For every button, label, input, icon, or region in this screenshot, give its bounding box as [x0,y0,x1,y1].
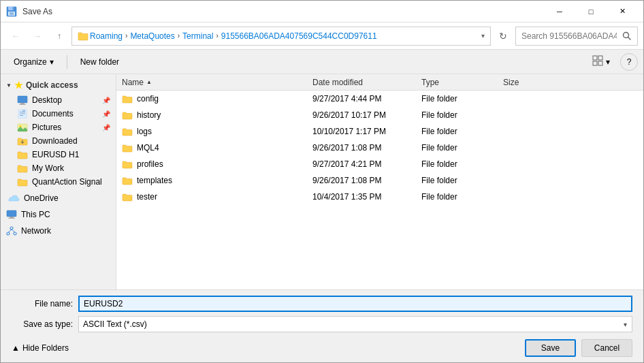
folder-icon [122,94,133,104]
savetype-select[interactable]: ASCII Text (*.csv) CSV (*.csv) Excel (*.… [78,316,632,332]
maximize-button[interactable]: □ [575,1,607,22]
filename-row: File name: [12,296,632,312]
onedrive-section: OneDrive [1,191,116,205]
save-label: Save [541,343,560,353]
refresh-button[interactable]: ↻ [494,27,513,46]
breadcrumb-guid[interactable]: 915566BA06ADA407569C544CC0D97611 [221,31,377,41]
sidebar-item-thispc[interactable]: This PC [1,208,116,221]
svg-line-26 [8,230,12,232]
organize-button[interactable]: Organize ▾ [6,53,61,71]
address-bar: ← → ↑ Roaming › MetaQuotes › Terminal › … [1,22,643,50]
hide-folders-chevron: ▲ [12,343,20,353]
svg-rect-8 [598,56,602,60]
sidebar-item-downloaded[interactable]: Downloaded [1,134,116,148]
folder-breadcrumb-icon [78,31,88,41]
cell-type: File folder [419,127,500,136]
breadcrumb-terminal[interactable]: Terminal [182,31,213,41]
search-input[interactable] [521,31,617,41]
svg-rect-17 [20,115,23,116]
sidebar-item-documents-label: Documents [32,109,74,119]
up-button[interactable]: ↑ [50,27,69,46]
breadcrumb-roaming[interactable]: Roaming [90,31,123,41]
filename-input[interactable] [78,296,632,312]
onedrive-icon [6,193,20,203]
title-bar-left: Save As [6,6,52,17]
eurusd-folder-icon [17,150,28,159]
svg-rect-13 [19,104,26,105]
breadcrumb-sep-1: › [125,32,127,40]
sidebar-item-documents[interactable]: Documents 📌 [1,107,116,121]
svg-rect-21 [10,217,14,218]
table-row[interactable]: config 9/27/2017 4:44 PM File folder [116,91,643,107]
cell-type: File folder [419,143,500,153]
table-row[interactable]: templates 9/26/2017 1:08 PM File folder [116,172,643,189]
col-header-type[interactable]: Type [419,74,500,90]
toolbar: Organize ▾ New folder ▾ ? [1,50,643,74]
thispc-section: This PC [1,208,116,221]
sidebar-item-network-label: Network [21,226,51,236]
sidebar-item-quantaction[interactable]: QuantAction Signal [1,175,116,189]
desktop-icon [17,95,28,105]
network-icon [6,226,17,236]
hide-folders-toggle[interactable]: ▲ Hide Folders [12,343,69,353]
savetype-select-wrapper[interactable]: ASCII Text (*.csv) CSV (*.csv) Excel (*.… [78,316,632,332]
sidebar-item-thispc-label: This PC [21,210,50,219]
savetype-row: Save as type: ASCII Text (*.csv) CSV (*.… [12,316,632,332]
sidebar-item-network[interactable]: Network [1,224,116,238]
table-row[interactable]: profiles 9/27/2017 4:21 PM File folder [116,156,643,172]
svg-rect-15 [20,112,25,112]
table-row[interactable]: MQL4 9/26/2017 1:08 PM File folder [116,140,643,156]
cell-name: logs [119,127,310,136]
folder-icon [122,176,133,185]
sidebar-item-pictures[interactable]: Pictures 📌 [1,121,116,134]
quick-access-header[interactable]: ▼ ★ Quick access [1,77,116,93]
sort-arrow-name: ▲ [146,79,152,85]
table-row[interactable]: logs 10/10/2017 1:17 PM File folder [116,123,643,140]
col-header-size[interactable]: Size [500,74,555,90]
breadcrumb-metaquotes[interactable]: MetaQuotes [130,31,174,41]
col-header-date[interactable]: Date modified [310,74,419,90]
sidebar-item-onedrive[interactable]: OneDrive [1,191,116,205]
bottom-buttons: ▲ Hide Folders Save Cancel [12,336,632,357]
breadcrumb-sep-2: › [178,32,180,40]
back-button[interactable]: ← [6,27,25,46]
title-bar: Save As ─ □ ✕ [1,1,643,22]
cell-type: File folder [419,110,500,120]
toolbar-separator [67,55,67,69]
breadcrumb-sep-3: › [216,32,218,40]
help-button[interactable]: ? [620,53,638,71]
quantaction-folder-icon [17,177,28,187]
breadcrumb[interactable]: Roaming › MetaQuotes › Terminal › 915566… [71,27,491,46]
save-button[interactable]: Save [525,339,576,357]
col-header-name[interactable]: Name ▲ [119,74,310,90]
save-as-dialog: Save As ─ □ ✕ ← → ↑ Roaming › MetaQuotes… [0,0,644,363]
sidebar-item-mywork[interactable]: My Work [1,161,116,175]
sidebar-item-pictures-label: Pictures [32,123,61,132]
file-rows: config 9/27/2017 4:44 PM File folder his… [116,91,643,289]
window-title: Save As [22,7,52,16]
new-folder-button[interactable]: New folder [73,53,127,71]
minimize-button[interactable]: ─ [544,1,575,22]
svg-rect-16 [20,114,25,114]
network-section: Network [1,224,116,238]
table-row[interactable]: history 9/26/2017 10:17 PM File folder [116,107,643,123]
cell-date: 9/26/2017 1:08 PM [310,176,419,185]
cell-date: 10/10/2017 1:17 PM [310,127,419,136]
view-button[interactable]: ▾ [585,53,617,71]
view-icon [592,55,603,68]
bottom-section: File name: Save as type: ASCII Text (*.c… [1,289,643,362]
sidebar-item-eurusd[interactable]: EURUSD H1 [1,148,116,161]
cancel-label: Cancel [594,343,619,353]
cancel-button[interactable]: Cancel [581,339,632,357]
close-button[interactable]: ✕ [607,1,638,22]
breadcrumb-dropdown-btn[interactable]: ▾ [481,32,485,40]
view-arrow: ▾ [606,57,610,67]
cell-type: File folder [419,159,500,169]
main-content: ▼ ★ Quick access Desktop 📌 [1,74,643,289]
sidebar-item-desktop[interactable]: Desktop 📌 [1,93,116,107]
search-box[interactable] [515,27,638,46]
forward-button[interactable]: → [28,27,47,46]
documents-icon [17,109,28,119]
table-row[interactable]: tester 10/4/2017 1:35 PM File folder [116,189,643,205]
svg-rect-7 [593,56,597,60]
